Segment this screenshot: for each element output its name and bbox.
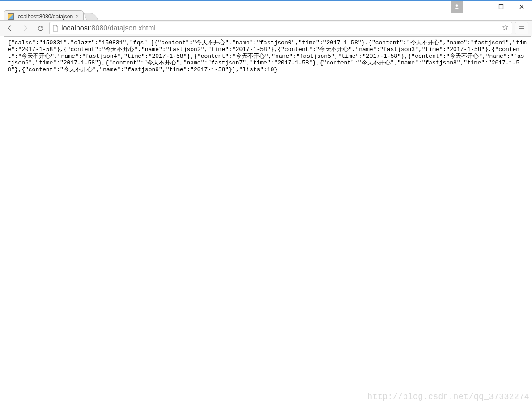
address-bar[interactable]: localhost:8080/datajson.xhtml bbox=[49, 22, 512, 34]
tab-title: localhost:8080/datajson bbox=[17, 13, 73, 20]
chrome-menu-button[interactable] bbox=[515, 22, 528, 34]
favicon-icon bbox=[8, 13, 14, 20]
url-path: :8080/datajson.xhtml bbox=[89, 24, 156, 32]
json-response-body: {"calss":"150831","clazz":"150831","fqs"… bbox=[8, 39, 527, 73]
svg-rect-5 bbox=[519, 30, 524, 30]
back-button[interactable] bbox=[4, 22, 16, 34]
site-info-icon[interactable] bbox=[52, 25, 59, 32]
svg-rect-3 bbox=[519, 26, 524, 27]
forward-button[interactable] bbox=[19, 22, 31, 34]
browser-toolbar: localhost:8080/datajson.xhtml bbox=[0, 20, 532, 36]
svg-point-0 bbox=[456, 4, 458, 7]
bookmark-star-icon[interactable] bbox=[502, 24, 509, 33]
url-text: localhost:8080/datajson.xhtml bbox=[61, 24, 499, 32]
svg-rect-4 bbox=[519, 28, 524, 29]
reload-button[interactable] bbox=[34, 22, 47, 34]
tab-close-icon[interactable]: × bbox=[76, 14, 79, 19]
svg-rect-1 bbox=[478, 7, 483, 7]
page-viewport: {"calss":"150831","clazz":"150831","fqs"… bbox=[4, 36, 531, 402]
url-host: localhost bbox=[61, 24, 89, 32]
